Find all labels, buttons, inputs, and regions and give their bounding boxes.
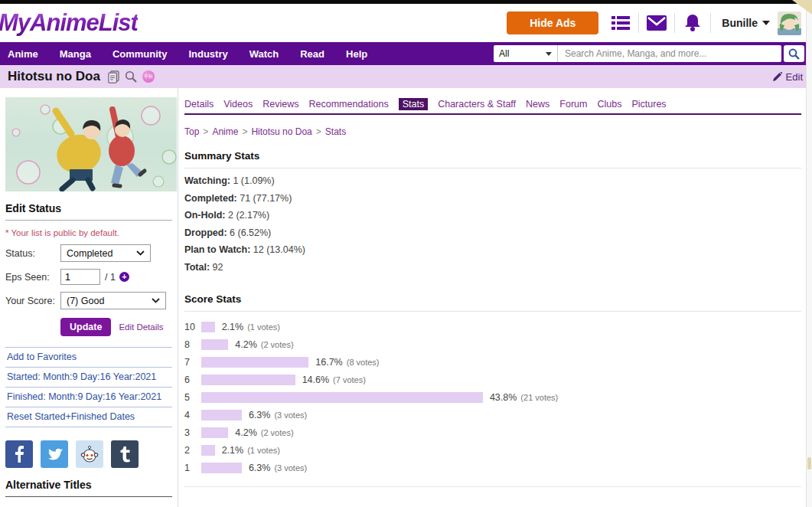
nav-community[interactable]: Community: [113, 48, 168, 60]
nav-manga[interactable]: Manga: [60, 48, 91, 60]
score-percent: 14.6%: [302, 375, 329, 385]
public-list-note: * Your list is public by default.: [5, 228, 172, 237]
score-tick: 4: [184, 410, 201, 420]
score-tick: 2: [184, 445, 201, 456]
nav-help[interactable]: Help: [346, 48, 367, 60]
tab-news[interactable]: News: [526, 99, 549, 110]
ad-page-peel-corner[interactable]: [792, 0, 812, 15]
score-row-4: 4 6.3% (3 votes): [184, 406, 801, 424]
facebook-icon[interactable]: [5, 440, 33, 468]
score-stats-chart: 10 2.1% (1 votes) 8 4.2% (2 votes) 7 16.…: [184, 318, 801, 476]
increment-episode-icon[interactable]: +: [119, 272, 129, 282]
breadcrumb-title[interactable]: Hitotsu no Doa: [251, 126, 311, 137]
score-votes: (7 votes): [333, 375, 366, 384]
search-input[interactable]: [558, 45, 781, 62]
eps-seen-input[interactable]: [60, 269, 100, 285]
score-select[interactable]: (7) Good: [60, 292, 166, 309]
scrollbar-thumb[interactable]: [807, 457, 811, 469]
stat-label: Completed:: [184, 193, 237, 204]
edit-status-heading: Edit Status: [5, 202, 172, 221]
score-bar: [201, 410, 242, 420]
tumblr-icon[interactable]: [111, 440, 139, 468]
breadcrumb-anime[interactable]: Anime: [212, 126, 238, 137]
your-score-label: Your Score:: [5, 296, 60, 306]
score-percent: 2.1%: [222, 445, 244, 456]
score-percent: 43.8%: [490, 392, 517, 403]
site-header: MyAnimeList Hide Ads: [0, 4, 812, 42]
caret-down-icon: [762, 21, 770, 25]
alternative-titles-heading: Alternative Titles: [5, 479, 172, 497]
score-votes: (2 votes): [261, 428, 294, 437]
score-votes: (21 votes): [520, 393, 558, 402]
score-row-6: 6 14.6% (7 votes): [184, 371, 801, 388]
nav-read[interactable]: Read: [300, 48, 324, 60]
header-separator: [710, 13, 711, 33]
pink-badge[interactable]: 千秋: [142, 70, 155, 83]
eps-total: / 1: [105, 272, 116, 283]
summary-watching: Watching: 1 (1.09%): [184, 176, 801, 186]
score-votes: (8 votes): [347, 358, 380, 367]
stat-value: 92: [213, 262, 223, 273]
chevron-down-icon: [136, 250, 145, 256]
page: MyAnimeList Hide Ads: [0, 0, 812, 507]
copy-document-icon[interactable]: [108, 70, 119, 83]
notifications-bell-icon[interactable]: [680, 14, 706, 32]
hide-ads-button[interactable]: Hide Ads: [507, 11, 598, 34]
score-tick: 8: [184, 339, 201, 350]
messages-envelope-icon[interactable]: [644, 15, 670, 31]
breadcrumb: Top>Anime>Hitotsu no Doa>Stats: [184, 126, 801, 137]
score-percent: 6.3%: [249, 410, 271, 420]
summary-stats-heading: Summary Stats: [184, 150, 801, 168]
finished-date-link[interactable]: Finished: Month:9 Day:16 Year:2021: [5, 388, 172, 407]
user-menu[interactable]: Bunille: [722, 17, 770, 29]
summary-completed: Completed: 71 (77.17%): [184, 194, 801, 204]
edit-link[interactable]: Edit: [773, 71, 803, 83]
search-magnifier-icon[interactable]: [125, 70, 137, 83]
user-avatar[interactable]: [778, 11, 801, 35]
tab-clubs[interactable]: Clubs: [597, 99, 621, 110]
score-percent: 4.2%: [235, 339, 257, 350]
tab-reviews[interactable]: Reviews: [263, 99, 298, 110]
stat-value: 71 (77.17%): [240, 193, 292, 204]
scrollbar[interactable]: [806, 4, 812, 507]
nav-anime[interactable]: Anime: [8, 48, 38, 60]
main-nav: Anime Manga Community Industry Watch Rea…: [0, 42, 812, 65]
search-category-select[interactable]: All: [494, 45, 558, 62]
score-percent: 2.1%: [222, 322, 244, 332]
reset-dates-link[interactable]: Reset Started+Finished Dates: [5, 407, 172, 427]
tab-recommendations[interactable]: Recommendations: [308, 99, 388, 110]
stat-value: 12 (13.04%): [253, 244, 305, 255]
tab-videos[interactable]: Videos: [223, 99, 253, 110]
update-button[interactable]: Update: [60, 318, 111, 336]
score-votes: (1 votes): [247, 446, 280, 455]
my-list-icon[interactable]: [608, 15, 634, 31]
breadcrumb-top[interactable]: Top: [184, 126, 199, 137]
reddit-icon[interactable]: [76, 440, 103, 468]
status-label: Status:: [5, 248, 60, 259]
edit-label: Edit: [786, 71, 803, 83]
score-tick: 7: [184, 357, 201, 368]
tab-pictures[interactable]: Pictures: [631, 99, 666, 110]
breadcrumb-stats[interactable]: Stats: [325, 126, 346, 137]
myanimelist-logo[interactable]: MyAnimeList: [0, 9, 138, 37]
breadcrumb-separator: >: [242, 126, 247, 137]
tab-forum[interactable]: Forum: [559, 99, 587, 110]
score-row-8: 8 4.2% (2 votes): [184, 335, 801, 353]
tab-details[interactable]: Details: [184, 99, 214, 110]
score-stats-heading: Score Stats: [184, 293, 801, 312]
edit-details-link[interactable]: Edit Details: [119, 322, 163, 332]
summary-plan-to-watch: Plan to Watch: 12 (13.04%): [184, 245, 801, 255]
started-date-link[interactable]: Started: Month:9 Day:16 Year:2021: [5, 368, 172, 388]
tab-stats[interactable]: Stats: [399, 98, 429, 110]
nav-industry[interactable]: Industry: [188, 48, 227, 60]
tab-characters-staff[interactable]: Characters & Staff: [438, 99, 516, 110]
twitter-icon[interactable]: [41, 440, 68, 468]
score-row-7: 7 16.7% (8 votes): [184, 353, 801, 371]
score-row-2: 2 2.1% (1 votes): [184, 441, 801, 459]
search-bar: All: [494, 45, 804, 62]
nav-watch[interactable]: Watch: [249, 48, 279, 60]
search-submit-button[interactable]: [784, 45, 804, 62]
status-select[interactable]: Completed: [60, 244, 151, 262]
anime-cover-image[interactable]: [5, 97, 177, 191]
add-to-favorites-link[interactable]: Add to Favorites: [5, 348, 172, 368]
